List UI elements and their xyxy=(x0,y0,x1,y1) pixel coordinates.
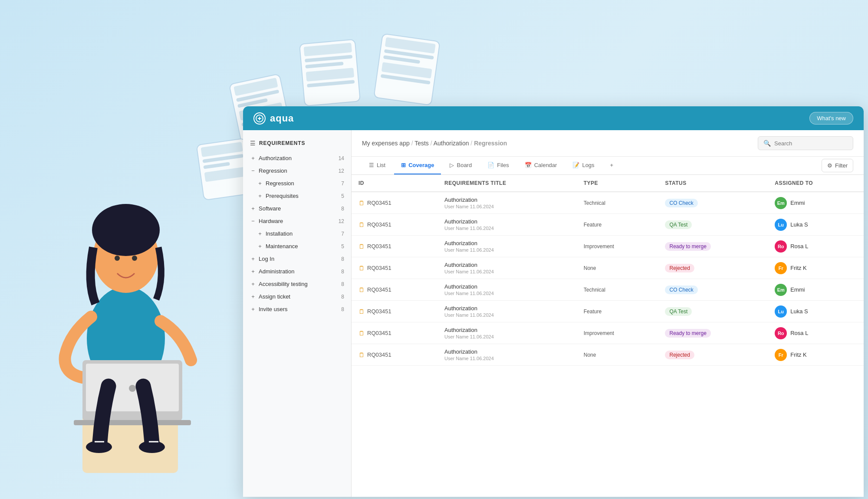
tab-icon-coverage: ⊞ xyxy=(401,162,406,168)
search-box[interactable]: 🔍 xyxy=(758,136,853,150)
cell-status-4: CO Check xyxy=(658,279,768,301)
table-row[interactable]: 🗒 RQ03451 Authorization User Name 11.06.… xyxy=(352,322,864,344)
tabs-row: ☰ List ⊞ Coverage ▷ Board 📄 Files 📅 Cale… xyxy=(352,157,864,175)
status-badge-1: QA Test xyxy=(665,220,692,229)
sidebar-item-administration[interactable]: + Administration 8 xyxy=(243,265,351,278)
add-tab-icon: + xyxy=(610,162,614,168)
whats-new-button[interactable]: What's new xyxy=(809,112,853,125)
filter-label: Filter xyxy=(835,162,848,169)
table-row[interactable]: 🗒 RQ03451 Authorization User Name 11.06.… xyxy=(352,279,864,301)
table-row[interactable]: 🗒 RQ03451 Authorization User Name 11.06.… xyxy=(352,214,864,236)
tab-add[interactable]: + xyxy=(603,157,621,174)
cell-status-6: Ready to merge xyxy=(658,322,768,344)
sidebar-item-software[interactable]: + Software 8 xyxy=(243,202,351,215)
table-row[interactable]: 🗒 RQ03451 Authorization User Name 11.06.… xyxy=(352,236,864,257)
svg-point-3 xyxy=(92,204,160,256)
sidebar-count-authorization: 14 xyxy=(339,155,344,161)
assignee-name-5: Luka S xyxy=(790,308,808,315)
sidebar-label-regression-sub: Regression xyxy=(266,180,339,187)
cell-type-4: Technical xyxy=(577,279,658,301)
req-title-7: Authorization xyxy=(444,348,570,355)
sidebar-count-installation: 7 xyxy=(341,231,344,237)
req-icon-6: 🗒 xyxy=(358,330,365,337)
sidebar-title: REQUIREMENTS xyxy=(259,140,305,146)
sidebar-item-authorization[interactable]: + Authorization 14 xyxy=(243,152,351,164)
type-value-6: Improvement xyxy=(584,330,614,336)
svg-point-10 xyxy=(86,441,112,453)
sidebar-item-prerequisites[interactable]: + Prerequisites 5 xyxy=(243,190,351,202)
woman-illustration xyxy=(22,130,230,499)
tab-files[interactable]: 📄 Files xyxy=(480,157,516,174)
tab-label-board: Board xyxy=(457,162,472,168)
table-row[interactable]: 🗒 RQ03451 Authorization User Name 11.06.… xyxy=(352,192,864,214)
status-badge-4: CO Check xyxy=(665,286,697,294)
tab-coverage[interactable]: ⊞ Coverage xyxy=(394,157,441,174)
cell-id-6: 🗒 RQ03451 xyxy=(352,322,437,344)
req-subtitle-5: User Name 11.06.2024 xyxy=(444,312,570,318)
sidebar-item-regression[interactable]: − Regression 12 xyxy=(243,164,351,177)
requirements-table: ID Requirements title Type Status Assign… xyxy=(352,175,864,366)
assignee-name-3: Fritz K xyxy=(790,265,807,271)
expand-icon-regression: − xyxy=(250,168,256,174)
search-input[interactable] xyxy=(774,140,844,147)
req-icon-4: 🗒 xyxy=(358,286,365,293)
tab-list[interactable]: ☰ List xyxy=(362,157,392,174)
sidebar-item-assign-ticket[interactable]: + Assign ticket 8 xyxy=(243,290,351,303)
sidebar-label-maintenance: Maintenance xyxy=(266,243,339,250)
cell-type-6: Improvement xyxy=(577,322,658,344)
sidebar-count-maintenance: 5 xyxy=(341,243,344,250)
cell-assigned-0: Em Emmi xyxy=(768,192,864,214)
tab-icon-logs: 📝 xyxy=(572,162,579,168)
req-title-0: Authorization xyxy=(444,197,570,203)
tab-icon-board: ▷ xyxy=(450,162,454,168)
cell-title-0: Authorization User Name 11.06.2024 xyxy=(437,192,577,214)
sidebar-label-invite-users: Invite users xyxy=(259,306,339,312)
cell-assigned-4: Em Emmi xyxy=(768,279,864,301)
avatar-6: Ro xyxy=(775,327,787,339)
cell-id-3: 🗒 RQ03451 xyxy=(352,257,437,279)
table-row[interactable]: 🗒 RQ03451 Authorization User Name 11.06.… xyxy=(352,301,864,322)
table-row[interactable]: 🗒 RQ03451 Authorization User Name 11.06.… xyxy=(352,257,864,279)
expand-icon-assign-ticket: + xyxy=(250,294,256,300)
req-title-5: Authorization xyxy=(444,305,570,312)
expand-icon-login: + xyxy=(250,256,256,262)
avatar-2: Ro xyxy=(775,240,787,253)
sidebar-item-login[interactable]: + Log In 8 xyxy=(243,253,351,265)
expand-icon-regression-sub: + xyxy=(257,181,263,187)
sidebar-item-accessibility[interactable]: + Accessibility testing 8 xyxy=(243,278,351,290)
tab-logs[interactable]: 📝 Logs xyxy=(566,157,601,174)
type-value-1: Feature xyxy=(584,222,602,228)
type-value-7: None xyxy=(584,352,596,358)
table-row[interactable]: 🗒 RQ03451 Authorization User Name 11.06.… xyxy=(352,344,864,366)
sidebar-count-login: 8 xyxy=(341,256,344,262)
sidebar-item-hardware[interactable]: − Hardware 12 xyxy=(243,215,351,227)
sidebar-count-regression: 12 xyxy=(339,168,344,174)
sidebar-item-installation[interactable]: + Installation 7 xyxy=(243,227,351,240)
requirements-icon: ☰ xyxy=(250,140,256,147)
req-icon-3: 🗒 xyxy=(358,265,365,272)
svg-point-8 xyxy=(129,385,136,392)
floating-card-2 xyxy=(299,39,361,107)
req-id-value-6: RQ03451 xyxy=(367,330,391,336)
tab-calendar[interactable]: 📅 Calendar xyxy=(518,157,564,174)
expand-icon-software: + xyxy=(250,206,256,212)
sidebar-item-maintenance[interactable]: + Maintenance 5 xyxy=(243,240,351,253)
requirements-table-container: ID Requirements title Type Status Assign… xyxy=(352,175,864,497)
app-window: aqua What's new ☰ REQUIREMENTS + Authori… xyxy=(243,106,864,497)
req-subtitle-4: User Name 11.06.2024 xyxy=(444,291,570,296)
filter-button[interactable]: ⚙ Filter xyxy=(822,159,853,172)
type-value-4: Technical xyxy=(584,287,605,293)
sidebar-label-software: Software xyxy=(259,205,339,212)
cell-type-3: None xyxy=(577,257,658,279)
sidebar-item-invite-users[interactable]: + Invite users 8 xyxy=(243,303,351,315)
tab-label-logs: Logs xyxy=(582,162,594,168)
tab-board[interactable]: ▷ Board xyxy=(443,157,479,174)
req-title-6: Authorization xyxy=(444,327,570,333)
cell-title-7: Authorization User Name 11.06.2024 xyxy=(437,344,577,366)
req-subtitle-2: User Name 11.06.2024 xyxy=(444,247,570,253)
tab-label-files: Files xyxy=(497,162,509,168)
cell-title-6: Authorization User Name 11.06.2024 xyxy=(437,322,577,344)
avatar-1: Lu xyxy=(775,219,787,231)
cell-assigned-3: Fr Fritz K xyxy=(768,257,864,279)
sidebar-item-regression-sub[interactable]: + Regression 7 xyxy=(243,177,351,190)
